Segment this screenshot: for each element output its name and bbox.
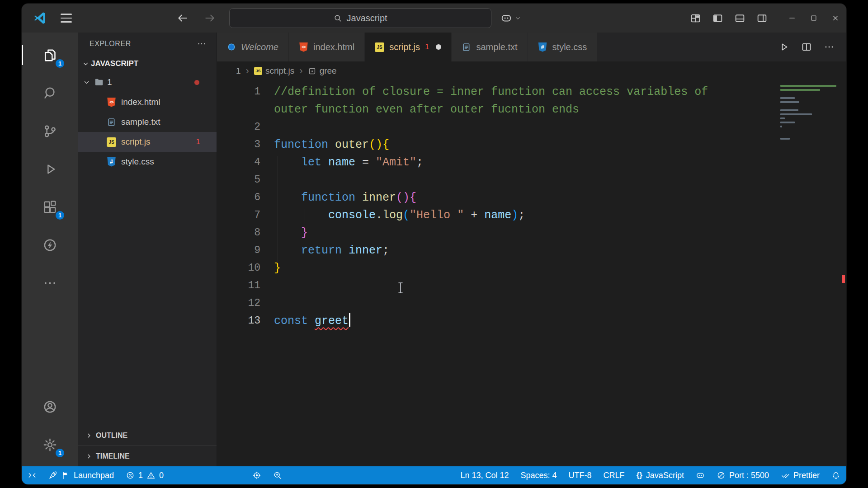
tab-welcome[interactable]: Welcome	[217, 33, 289, 61]
menu-icon[interactable]	[61, 14, 72, 22]
line-number	[217, 101, 260, 118]
minimize-button[interactable]	[781, 4, 803, 33]
code-line[interactable]: 5	[217, 171, 846, 189]
line-number: 11	[217, 277, 260, 295]
activity-more[interactable]	[22, 264, 78, 302]
tree-item-script-js[interactable]: script.js 1	[78, 132, 217, 152]
prettier-status[interactable]: Prettier	[775, 466, 826, 484]
code-line[interactable]: 1//definition of closure = inner functio…	[217, 83, 846, 101]
code-text: return inner;	[260, 242, 389, 259]
code-line[interactable]: 2	[217, 118, 846, 136]
line-number: 7	[217, 206, 260, 224]
css-icon	[538, 42, 547, 52]
more-actions-icon[interactable]	[824, 42, 835, 52]
code-text	[260, 277, 274, 295]
activity-source-control[interactable]	[22, 112, 78, 150]
zoom-in-icon	[273, 471, 282, 480]
timeline-label: TIMELINE	[96, 452, 130, 460]
notifications-status[interactable]	[826, 466, 846, 484]
maximize-button[interactable]	[803, 4, 825, 33]
explorer-more-actions[interactable]	[197, 39, 207, 49]
code-line[interactable]: 8 }	[217, 224, 846, 242]
code-text: outer function even after outer fucntion…	[260, 101, 579, 118]
folder-error-dot	[194, 80, 199, 85]
line-number: 2	[217, 118, 260, 136]
code-editor[interactable]: 1//definition of closure = inner functio…	[217, 80, 846, 466]
timeline-section[interactable]: TIMELINE	[78, 446, 217, 466]
tab-script-js[interactable]: script.js 1	[365, 33, 452, 61]
flag-icon	[61, 471, 70, 480]
activity-extensions[interactable]: 1	[22, 188, 78, 226]
vscode-window: Javascript 1	[22, 4, 846, 484]
code-line[interactable]: 11	[217, 277, 846, 295]
code-line[interactable]: 12	[217, 295, 846, 312]
copilot-status[interactable]	[690, 466, 711, 484]
tab-label: Welcome	[241, 42, 278, 52]
tree-item-sample-txt[interactable]: sample.txt	[78, 112, 217, 132]
line-number: 1	[217, 83, 260, 101]
blocked-circle-icon	[717, 471, 726, 480]
tab-index-html[interactable]: index.html	[289, 33, 365, 61]
breadcrumb-symbol[interactable]: gree	[308, 66, 337, 76]
outline-section[interactable]: OUTLINE	[78, 425, 217, 446]
run-code-icon[interactable]	[778, 42, 789, 52]
account-icon	[42, 399, 57, 414]
problems-status[interactable]: 1 0	[120, 466, 170, 484]
target-status[interactable]	[246, 466, 267, 484]
copilot-menu[interactable]	[500, 12, 521, 24]
activity-settings[interactable]: 1	[22, 426, 78, 464]
search-box[interactable]: Javascript	[229, 8, 491, 28]
language-status[interactable]: {} JavaScript	[631, 466, 690, 484]
tree-item-index-html[interactable]: index.html	[78, 92, 217, 112]
dirty-indicator[interactable]	[436, 44, 441, 50]
port-status[interactable]: Port : 5500	[711, 466, 775, 484]
code-line[interactable]: 10}	[217, 259, 846, 277]
status-bar: Launchpad 1 0 Ln 13, Col 12 Spaces: 4 UT…	[22, 466, 846, 484]
breadcrumb: 1 script.js gree	[217, 61, 846, 80]
toggle-secondary-sidebar-icon[interactable]	[756, 13, 768, 24]
minimap[interactable]	[780, 85, 838, 140]
toggle-panel-icon[interactable]	[734, 13, 745, 24]
toggle-sidebar-icon[interactable]	[712, 13, 723, 24]
tab-sample-txt[interactable]: sample.txt	[452, 33, 528, 61]
activity-run-debug[interactable]	[22, 150, 78, 188]
code-text: const greet	[260, 312, 350, 330]
remote-indicator[interactable]	[22, 466, 42, 484]
line-number: 9	[217, 242, 260, 259]
remote-icon	[28, 471, 37, 480]
code-line-active[interactable]: 13const greet	[217, 312, 846, 330]
zoom-status[interactable]	[267, 466, 288, 484]
tab-style-css[interactable]: style.css	[528, 33, 598, 61]
error-count-badge: 1	[196, 137, 200, 146]
tab-bar: Welcome index.html script.js 1 sample.	[217, 33, 846, 61]
breadcrumb-file[interactable]: script.js	[254, 66, 294, 76]
code-line-wrap[interactable]: outer function even after outer fucntion…	[217, 101, 846, 118]
breadcrumb-folder[interactable]: 1	[236, 66, 241, 76]
launchpad-status[interactable]: Launchpad	[42, 466, 120, 484]
tree-folder[interactable]: 1	[78, 72, 217, 92]
files-icon	[42, 48, 57, 63]
tree-item-style-css[interactable]: style.css	[78, 152, 217, 172]
forward-arrow-icon[interactable]	[204, 12, 216, 24]
code-line[interactable]: 4 let name = "Amit";	[217, 154, 846, 171]
code-line[interactable]: 6 function inner(){	[217, 189, 846, 206]
workspace-section-javascript[interactable]: JAVASCRIPT	[78, 55, 217, 72]
activity-explorer[interactable]: 1	[22, 36, 78, 74]
file-name: index.html	[121, 97, 160, 107]
eol-status[interactable]: CRLF	[598, 466, 631, 484]
code-line[interactable]: 9 return inner;	[217, 242, 846, 259]
close-button[interactable]	[825, 4, 846, 33]
activity-search[interactable]	[22, 74, 78, 112]
code-line[interactable]: 3function outer(){	[217, 136, 846, 154]
indentation-status[interactable]: Spaces: 4	[515, 466, 563, 484]
encoding-status[interactable]: UTF-8	[563, 466, 598, 484]
customize-layout-icon[interactable]	[690, 13, 701, 24]
activity-thunder-client[interactable]	[22, 226, 78, 264]
error-icon	[126, 471, 135, 480]
cursor-position-status[interactable]: Ln 13, Col 12	[454, 466, 514, 484]
back-arrow-icon[interactable]	[177, 12, 189, 24]
split-editor-icon[interactable]	[801, 42, 812, 52]
code-line[interactable]: 7 console.log("Hello " + name);	[217, 206, 846, 224]
search-icon	[42, 86, 57, 101]
activity-accounts[interactable]	[22, 388, 78, 426]
